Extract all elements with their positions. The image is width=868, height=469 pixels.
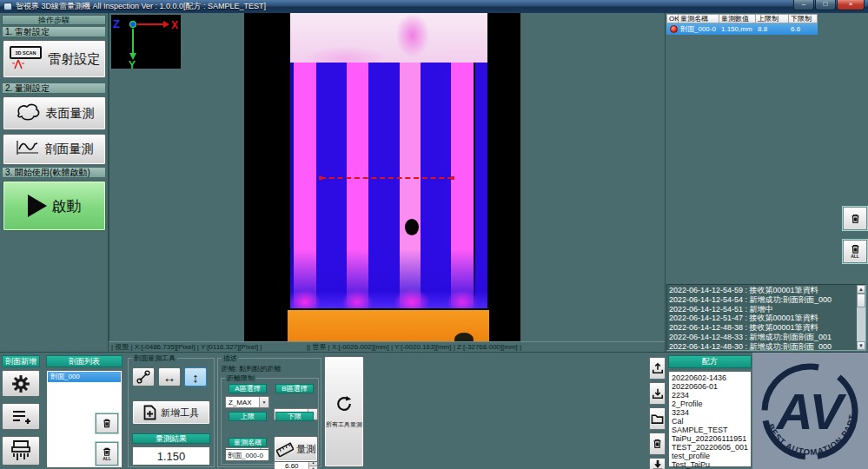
profile-list-item[interactable]: 剖面_000 [48, 372, 121, 382]
status-world-coords: || 世界 | X:[-0026.002][mm] | Y:[-0020.163… [307, 342, 521, 352]
log-line: 2022-06-14-12-54-59 : 接收第00001筆資料 [669, 286, 864, 295]
gear-icon [11, 374, 30, 393]
scroll-up-icon[interactable]: ▲ [857, 285, 865, 294]
col-name[interactable]: 量測名稱 [679, 14, 719, 23]
profile-delete-scan-button[interactable] [2, 436, 40, 466]
delete-profile-button[interactable] [96, 413, 118, 433]
open-folder-button[interactable] [649, 407, 666, 430]
delete-all-rows-button[interactable]: ALL [843, 240, 867, 263]
profile-list-header: 剖面列表 [46, 355, 123, 367]
folder-icon [651, 413, 664, 425]
delete-all-label: ALL [851, 254, 859, 259]
recipe-item[interactable]: Cal [672, 417, 751, 426]
scan-hole [405, 219, 419, 235]
save-profile-button[interactable] [649, 458, 666, 469]
laser-setup-label: 雷射設定 [49, 51, 101, 68]
edit-group-label: 描述 [222, 353, 239, 363]
recipe-item[interactable]: 3234 [672, 408, 751, 417]
delete-row-button[interactable] [843, 207, 867, 230]
log-scrollbar[interactable]: ▲ ▼ [857, 285, 865, 350]
app-icon [3, 3, 12, 10]
recipe-header: 配方 [668, 355, 752, 368]
window-title: 智視界 3D線雷量測機 All Inspection Ver : 1.0.0.0… [16, 0, 266, 13]
surface-measure-button[interactable]: 表面量測 [3, 96, 106, 130]
step1-label: 1. 雷射設定 [2, 26, 106, 37]
profile-measure-label: 剖面量測 [45, 142, 94, 157]
recipe-item[interactable]: TaiPu_202206111951 [672, 434, 751, 443]
dropdown-arrow-icon[interactable]: ▼ [259, 397, 268, 407]
horizontal-arrow-icon: ↔ [163, 370, 176, 385]
recipe-item[interactable]: SAMPLE_TEST [672, 426, 751, 434]
col-lower[interactable]: 下限制 [789, 14, 818, 23]
table-row[interactable]: 剖面_000-0 1.150,mm 8.8 6.6 [666, 23, 818, 35]
measure-all-button[interactable]: 所有工具量測 [324, 356, 364, 467]
surface-measure-label: 表面量測 [46, 106, 95, 122]
lower-limit-value: 6.60 [285, 462, 299, 469]
scan-top-band [290, 13, 487, 63]
import-profile-button[interactable] [649, 382, 666, 405]
scan-dark-spot [454, 333, 474, 341]
step2-label: 2. 量測設定 [2, 83, 106, 94]
recipe-item[interactable]: test_profile [672, 452, 751, 460]
log-line: 2022-06-14-12-48-30 : 新增成功:剖面剖面_000 [669, 342, 864, 351]
recipe-item[interactable]: 2234 [672, 391, 751, 400]
delete-chart-button[interactable] [649, 433, 666, 455]
delete-all-profiles-button[interactable]: ALL [96, 442, 118, 466]
log-line: 2022-06-14-12-54-54 : 新增成功:剖面剖面_000 [669, 295, 864, 305]
measure-name-input[interactable]: 剖面_000-0 [225, 449, 269, 461]
start-button[interactable]: 啟動 [3, 181, 106, 231]
recipe-item[interactable]: 2_Profile [672, 400, 751, 408]
log-line: 2022-06-14-12-48-33 : 新增成功:剖面剖面_001 [669, 333, 864, 342]
row-lower: 6.6 [789, 23, 818, 35]
profile-settings-button[interactable] [2, 370, 40, 397]
laser-setup-button[interactable]: 3D SCAN 雷射設定 [3, 40, 106, 78]
axis-x-label: X [171, 19, 178, 31]
scroll-down-icon[interactable]: ▼ [857, 341, 865, 350]
scroll-thumb[interactable] [857, 294, 865, 307]
edit-group: 描述 距離: 點到點的距離 距離限制 A區選擇 B區選擇 Z_MAX ▼ Z_M… [217, 358, 321, 467]
col-value[interactable]: 量測數值 [719, 14, 756, 23]
profile-list-add-button[interactable] [2, 403, 40, 430]
export-profile-button[interactable] [649, 357, 666, 380]
title-bar: 智視界 3D線雷量測機 All Inspection Ver : 1.0.0.0… [0, 0, 868, 13]
scan-image[interactable] [244, 13, 520, 341]
point-distance-icon [136, 370, 150, 384]
result-value: 1.150 [132, 446, 210, 466]
logo-letters: AV [775, 383, 847, 439]
axis-y-label: Y [129, 59, 136, 69]
log-line: 2022-06-14-12-51-47 : 接收第00001筆資料 [669, 314, 864, 323]
row-upper: 8.8 [756, 23, 789, 35]
result-header: 量測結果 [132, 433, 210, 444]
add-tool-button[interactable]: 新增工具 [132, 400, 210, 425]
point-distance-tool-button[interactable] [132, 367, 155, 386]
app-window: 智視界 3D線雷量測機 All Inspection Ver : 1.0.0.0… [0, 0, 868, 469]
a-zone-value: Z_MAX [229, 399, 252, 406]
close-button[interactable]: × [837, 0, 865, 10]
vertical-distance-tool-button[interactable]: ↕ [184, 367, 207, 386]
log-box[interactable]: 2022-06-14-12-54-59 : 接收第00001筆資料 2022-0… [666, 284, 866, 351]
recipe-item[interactable]: Test_TaiPu [672, 460, 751, 469]
svg-text:3D SCAN: 3D SCAN [15, 50, 36, 56]
horizontal-distance-tool-button[interactable]: ↔ [158, 367, 181, 386]
recipe-item[interactable]: 20220602-1436 [672, 373, 751, 382]
recipe-list[interactable]: 20220602-1436 20220606-01 2234 2_Profile… [668, 371, 752, 467]
results-table-header[interactable]: OK 量測名稱 量測數值 上限制 下限制 [666, 14, 818, 23]
surface-blob-icon [15, 101, 41, 127]
maximize-button[interactable]: □ [815, 0, 836, 10]
recipe-item[interactable]: 20220606-01 [672, 382, 751, 391]
download-icon [652, 386, 664, 400]
profile-measure-button[interactable]: 剖面量測 [3, 134, 106, 165]
scan-viewport[interactable]: Z X Y [109, 13, 665, 341]
recipe-item[interactable]: TEST_20220605_001 [672, 443, 751, 452]
shredder-icon [10, 439, 31, 462]
a-zone-label: A區選擇 [229, 384, 267, 393]
a-zone-select[interactable]: Z_MAX ▼ [225, 396, 269, 408]
measure-tools-label: 剖面量測工具 [132, 353, 177, 363]
col-ok[interactable]: OK [666, 14, 679, 23]
scan-section-line[interactable] [321, 177, 453, 179]
measure-all-label: 所有工具量測 [326, 420, 362, 429]
minimize-button[interactable]: – [793, 0, 814, 10]
measure-button[interactable]: 量測 [274, 436, 318, 462]
upload-icon [652, 361, 664, 375]
col-upper[interactable]: 上限制 [756, 14, 789, 23]
